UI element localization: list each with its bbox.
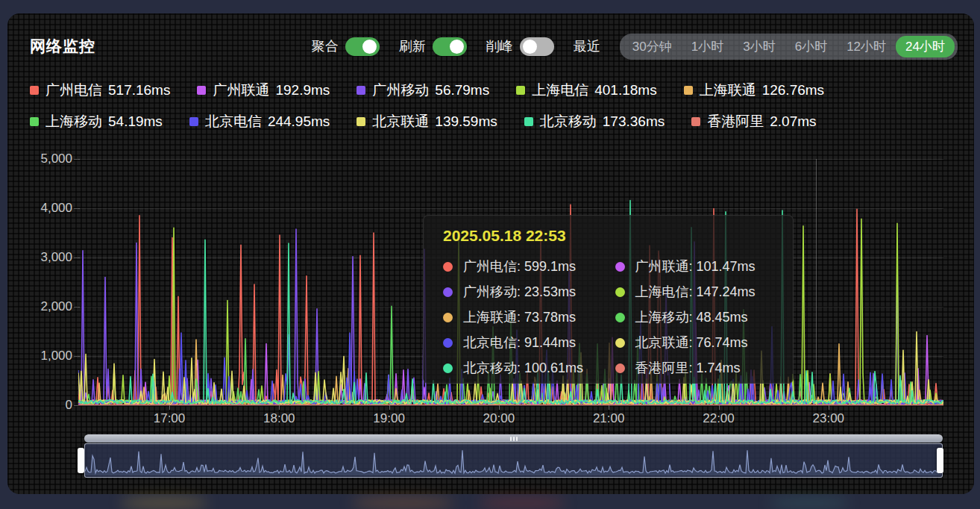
legend-series-value: 173.36ms xyxy=(603,113,665,130)
tooltip-items: 广州电信: 599.1ms广州联通: 101.47ms广州移动: 23.53ms… xyxy=(443,254,776,381)
legend-series-value: 56.79ms xyxy=(435,82,489,99)
tooltip-color-dot xyxy=(443,262,453,272)
toggle-knob xyxy=(362,40,377,54)
tooltip-item-北京电信: 北京电信: 91.44ms xyxy=(443,334,605,352)
legend-item-上海电信[interactable]: 上海电信401.18ms xyxy=(516,81,656,100)
legend-series-name: 广州移动 xyxy=(372,81,429,100)
tooltip-item-上海电信: 上海电信: 147.24ms xyxy=(615,283,777,301)
tooltip-item-香港阿里: 香港阿里: 1.74ms xyxy=(615,359,777,377)
tooltip-series-value: 北京电信: 91.44ms xyxy=(463,334,576,352)
toggle-label: 削峰 xyxy=(486,37,513,55)
datazoom-left-handle[interactable] xyxy=(78,448,84,473)
tooltip-color-dot xyxy=(615,262,625,272)
below-fold-glow xyxy=(768,497,850,509)
toggle-削峰: 削峰 xyxy=(486,37,554,56)
legend-item-香港阿里[interactable]: 香港阿里2.07ms xyxy=(691,112,816,131)
x-axis-label: 22:00 xyxy=(703,411,735,426)
tooltip-color-dot xyxy=(615,313,625,322)
legend-series-value: 126.76ms xyxy=(762,82,824,99)
legend-series-name: 上海联通 xyxy=(700,81,756,100)
legend-series-name: 北京移动 xyxy=(540,112,597,131)
datazoom-right-handle[interactable] xyxy=(937,448,943,473)
legend-series-name: 北京电信 xyxy=(205,112,262,131)
tooltip-series-value: 广州联通: 101.47ms xyxy=(635,257,756,275)
tooltip-item-广州电信: 广州电信: 599.1ms xyxy=(443,257,605,275)
toggle-group: 聚合刷新削峰 xyxy=(312,37,554,56)
legend-series-value: 192.9ms xyxy=(275,82,330,99)
tooltip-color-dot xyxy=(615,287,625,297)
below-fold-glow xyxy=(477,497,567,509)
legend-color-marker xyxy=(189,117,198,126)
axis-pointer-line xyxy=(816,159,817,405)
tooltip-color-dot xyxy=(615,363,625,373)
legend-item-上海联通[interactable]: 上海联通126.76ms xyxy=(684,81,824,100)
y-axis-label: 1,000 xyxy=(13,349,72,363)
y-axis-label: 4,000 xyxy=(13,201,72,216)
legend-color-marker xyxy=(356,117,365,126)
range-option-3小时[interactable]: 3小时 xyxy=(733,36,785,57)
tooltip-color-dot xyxy=(615,338,625,348)
legend-item-北京电信[interactable]: 北京电信244.95ms xyxy=(189,112,330,131)
datazoom-scrollbar[interactable] xyxy=(84,434,943,443)
legend-series-name: 上海电信 xyxy=(532,81,588,100)
toggle-刷新: 刷新 xyxy=(399,37,467,56)
legend-series-value: 517.16ms xyxy=(108,82,170,99)
legend-series-name: 北京联通 xyxy=(372,112,429,131)
legend-item-北京联通[interactable]: 北京联通139.59ms xyxy=(356,112,497,131)
recent-group: 最近 xyxy=(574,37,600,55)
legend-color-marker xyxy=(197,86,206,95)
legend-item-上海移动[interactable]: 上海移动54.19ms xyxy=(30,112,163,131)
range-option-30分钟[interactable]: 30分钟 xyxy=(623,36,682,57)
legend-item-广州电信[interactable]: 广州电信517.16ms xyxy=(30,81,170,100)
legend-series-value: 139.59ms xyxy=(435,113,497,130)
legend-item-广州联通[interactable]: 广州联通192.9ms xyxy=(197,81,330,100)
range-option-12小时[interactable]: 12小时 xyxy=(837,36,896,57)
chart-tooltip: 2025.05.18 22:53 广州电信: 599.1ms广州联通: 101.… xyxy=(423,215,794,384)
toggle-switch[interactable] xyxy=(520,37,554,56)
legend-item-北京移动[interactable]: 北京移动173.36ms xyxy=(524,112,665,131)
page-title: 网络监控 xyxy=(30,36,95,57)
x-axis-label: 21:00 xyxy=(593,411,625,426)
y-axis-label: 3,000 xyxy=(13,250,72,265)
toggle-聚合: 聚合 xyxy=(312,37,380,56)
scrollbar-grip-icon xyxy=(516,437,518,441)
chart-legend: 广州电信517.16ms广州联通192.9ms广州移动56.79ms上海电信40… xyxy=(30,81,955,143)
tooltip-color-dot xyxy=(443,338,453,348)
range-option-1小时[interactable]: 1小时 xyxy=(682,36,733,57)
toggle-label: 刷新 xyxy=(399,37,426,55)
legend-color-marker xyxy=(691,117,700,126)
tooltip-color-dot xyxy=(443,363,453,373)
scrollbar-grip-icon xyxy=(513,437,515,441)
legend-item-广州移动[interactable]: 广州移动56.79ms xyxy=(356,81,489,100)
toggle-switch[interactable] xyxy=(433,37,467,56)
datazoom-preview-chart xyxy=(85,444,942,477)
datazoom-track[interactable] xyxy=(84,443,943,478)
x-axis-label: 20:00 xyxy=(483,411,515,426)
tooltip-color-dot xyxy=(443,313,453,322)
range-option-6小时[interactable]: 6小时 xyxy=(785,36,837,57)
x-axis-tick xyxy=(499,405,500,410)
legend-series-name: 广州联通 xyxy=(213,81,269,100)
x-axis-tick xyxy=(169,405,170,410)
range-option-24小时[interactable]: 24小时 xyxy=(896,36,955,57)
tooltip-series-value: 上海移动: 48.45ms xyxy=(635,308,748,326)
x-axis-label: 18:00 xyxy=(263,411,295,426)
legend-series-value: 54.19ms xyxy=(108,113,163,130)
below-fold-glow xyxy=(351,497,455,509)
tooltip-series-value: 广州移动: 23.53ms xyxy=(463,283,576,301)
legend-series-value: 2.07ms xyxy=(770,113,816,130)
tooltip-item-广州联通: 广州联通: 101.47ms xyxy=(615,257,777,275)
tooltip-timestamp: 2025.05.18 22:53 xyxy=(443,227,776,245)
toggle-switch[interactable] xyxy=(345,37,380,56)
y-axis-label: 5,000 xyxy=(13,152,72,166)
legend-row: 广州电信517.16ms广州联通192.9ms广州移动56.79ms上海电信40… xyxy=(30,81,955,100)
legend-series-value: 401.18ms xyxy=(594,82,656,99)
recent-label: 最近 xyxy=(574,37,600,55)
toggle-knob xyxy=(450,40,464,54)
x-axis-label: 17:00 xyxy=(154,411,186,426)
x-axis-tick xyxy=(609,405,609,410)
header: 网络监控 聚合刷新削峰 最近 30分钟1小时3小时6小时12小时24小时 xyxy=(7,33,974,60)
legend-series-value: 244.95ms xyxy=(268,113,330,130)
tooltip-item-上海移动: 上海移动: 48.45ms xyxy=(615,308,777,326)
legend-color-marker xyxy=(524,117,533,126)
